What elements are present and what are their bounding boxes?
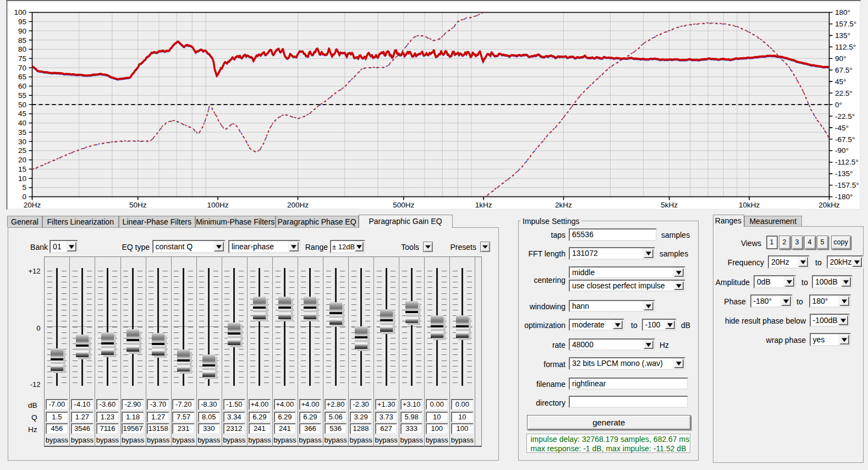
svg-text:180°: 180°: [835, 8, 850, 17]
svg-text:22.5°: 22.5°: [835, 89, 853, 97]
svg-text:-67.5°: -67.5°: [835, 135, 855, 144]
svg-text:90: 90: [18, 27, 26, 35]
svg-text:-90°: -90°: [835, 146, 849, 155]
svg-text:55: 55: [18, 91, 26, 100]
svg-text:10kHz: 10kHz: [739, 201, 760, 209]
svg-text:20kHz: 20kHz: [818, 201, 840, 209]
svg-text:1kHz: 1kHz: [475, 201, 492, 209]
svg-text:35: 35: [18, 128, 26, 136]
svg-text:50Hz: 50Hz: [129, 201, 147, 209]
svg-text:20: 20: [18, 156, 26, 164]
svg-text:90°: 90°: [835, 54, 846, 63]
svg-text:0°: 0°: [835, 101, 842, 109]
svg-text:15: 15: [18, 165, 26, 173]
svg-text:5kHz: 5kHz: [661, 201, 678, 209]
svg-text:10: 10: [18, 174, 26, 183]
svg-text:65: 65: [18, 73, 26, 81]
svg-text:50: 50: [18, 101, 26, 109]
svg-text:100Hz: 100Hz: [207, 201, 229, 209]
svg-text:200Hz: 200Hz: [287, 201, 309, 209]
svg-text:112.5°: 112.5°: [835, 43, 856, 51]
svg-text:25: 25: [18, 146, 26, 155]
svg-text:67.5°: 67.5°: [835, 66, 853, 74]
svg-text:30: 30: [18, 138, 26, 146]
svg-text:85: 85: [18, 36, 26, 45]
svg-text:-180°: -180°: [835, 193, 853, 201]
svg-text:5: 5: [22, 183, 26, 192]
svg-text:0: 0: [22, 193, 26, 201]
svg-text:500Hz: 500Hz: [393, 201, 414, 209]
svg-text:75: 75: [18, 54, 26, 63]
svg-text:45: 45: [18, 110, 26, 118]
svg-text:60: 60: [18, 82, 26, 90]
svg-text:157.5°: 157.5°: [835, 20, 856, 28]
svg-text:70: 70: [18, 64, 26, 72]
svg-text:95: 95: [18, 18, 26, 26]
svg-text:20Hz: 20Hz: [24, 201, 41, 209]
svg-text:-112.5°: -112.5°: [835, 158, 859, 166]
svg-text:-45°: -45°: [835, 124, 849, 132]
svg-text:-135°: -135°: [835, 170, 853, 178]
svg-text:40: 40: [18, 119, 26, 127]
svg-text:2kHz: 2kHz: [555, 201, 572, 209]
svg-text:-22.5°: -22.5°: [835, 112, 855, 121]
svg-text:-157.5°: -157.5°: [835, 181, 859, 189]
svg-text:135°: 135°: [835, 31, 850, 40]
svg-text:80: 80: [18, 45, 26, 53]
svg-text:45°: 45°: [835, 78, 846, 86]
svg-text:100: 100: [14, 8, 26, 17]
